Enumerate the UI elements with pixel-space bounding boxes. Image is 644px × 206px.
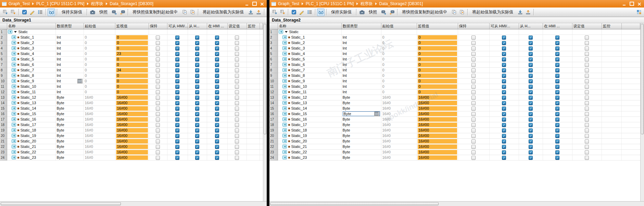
checkbox-visible-in-hmi[interactable] — [215, 139, 219, 143]
checkbox-setpoint[interactable] — [235, 46, 239, 51]
checkbox-setpoint[interactable] — [585, 112, 589, 116]
checkbox-visible-in-hmi[interactable] — [215, 112, 219, 116]
checkbox-retain[interactable] — [156, 36, 160, 40]
checkbox-setpoint[interactable] — [585, 101, 589, 105]
name-cell[interactable]: Static_12 — [7, 95, 55, 100]
data-type-cell[interactable]: Byte — [55, 116, 84, 122]
checkbox-cell-writable-from-hmi[interactable] — [519, 149, 543, 155]
row-number[interactable]: 1 — [269, 29, 278, 35]
checkbox-visible-in-hmi[interactable] — [215, 68, 219, 72]
start-value-cell[interactable]: 0 — [84, 62, 115, 67]
checkbox-cell-accessible-from-hmi[interactable] — [489, 29, 519, 35]
start-value-cell[interactable]: 0 — [381, 89, 417, 95]
row-number[interactable]: 20 — [269, 133, 278, 138]
column-header-accessible-from-hmi[interactable]: 可从 HMI/... — [489, 23, 519, 29]
data-type-cell[interactable]: Byte — [55, 122, 84, 127]
checkbox-accessible-from-hmi[interactable] — [502, 74, 506, 78]
checkbox-cell-accessible-from-hmi[interactable] — [489, 89, 519, 95]
start-value-cell[interactable]: 0 — [84, 56, 115, 62]
checkbox-cell-visible-in-hmi[interactable] — [543, 62, 572, 67]
checkbox-cell-retain[interactable] — [149, 133, 167, 138]
checkbox-cell-accessible-from-hmi[interactable] — [167, 29, 188, 35]
data-type-cell[interactable]: Int — [55, 89, 84, 95]
checkbox-cell-accessible-from-hmi[interactable] — [489, 122, 519, 127]
detail-view-icon[interactable] — [635, 9, 643, 16]
checkbox-setpoint[interactable] — [235, 57, 239, 61]
checkbox-writable-from-hmi[interactable] — [529, 145, 533, 149]
row-number[interactable]: 8 — [0, 67, 7, 73]
checkbox-cell-accessible-from-hmi[interactable] — [167, 40, 188, 45]
checkbox-retain[interactable] — [156, 41, 160, 45]
checkbox-setpoint[interactable] — [585, 96, 589, 100]
checkbox-accessible-from-hmi[interactable] — [175, 128, 179, 133]
name-cell[interactable]: Static_6 — [7, 62, 55, 67]
checkbox-cell-retain[interactable] — [149, 144, 167, 149]
checkbox-cell-writable-from-hmi[interactable] — [519, 155, 543, 160]
checkbox-cell-visible-in-hmi[interactable] — [543, 73, 572, 78]
checkbox-accessible-from-hmi[interactable] — [502, 150, 506, 154]
checkbox-visible-in-hmi[interactable] — [555, 107, 559, 111]
name-cell[interactable]: Static_5 — [7, 56, 55, 62]
data-type-cell[interactable]: Byte — [55, 111, 84, 116]
checkbox-retain[interactable] — [471, 52, 476, 56]
checkbox-cell-writable-from-hmi[interactable] — [519, 84, 543, 89]
monitor-value-cell[interactable]: 0 — [115, 89, 149, 95]
data-type-cell[interactable]: Int — [341, 62, 381, 67]
upload-values-icon[interactable] — [255, 9, 262, 16]
breadcrumb-item[interactable]: Data_Storage2 [DB301] — [379, 1, 423, 6]
checkbox-writable-from-hmi[interactable] — [529, 52, 533, 56]
name-cell[interactable]: Static_16 — [7, 116, 55, 122]
supervision-cell[interactable] — [602, 133, 621, 138]
checkbox-cell-setpoint[interactable] — [227, 67, 247, 73]
checkbox-retain[interactable] — [156, 46, 160, 51]
row-number[interactable]: 12 — [269, 89, 278, 95]
checkbox-cell-writable-from-hmi[interactable] — [519, 35, 543, 40]
checkbox-retain[interactable] — [471, 118, 476, 122]
checkbox-setpoint[interactable] — [585, 134, 589, 138]
data-type-cell[interactable]: Int — [341, 78, 381, 84]
monitor-value-cell[interactable]: 16#00 — [417, 127, 458, 133]
name-cell[interactable]: Static_21 — [7, 144, 55, 149]
checkbox-visible-in-hmi[interactable] — [555, 85, 559, 89]
checkbox-cell-accessible-from-hmi[interactable] — [167, 155, 188, 160]
supervision-cell[interactable] — [247, 106, 260, 111]
checkbox-writable-from-hmi[interactable] — [529, 90, 533, 94]
checkbox-visible-in-hmi[interactable] — [555, 156, 559, 160]
checkbox-cell-visible-in-hmi[interactable] — [543, 127, 572, 133]
checkbox-accessible-from-hmi[interactable] — [175, 41, 179, 45]
checkbox-cell-setpoint[interactable] — [572, 133, 602, 138]
insert-row-icon[interactable] — [1, 9, 9, 16]
supervision-cell[interactable] — [247, 62, 260, 67]
checkbox-cell-visible-in-hmi[interactable] — [207, 106, 227, 111]
checkbox-setpoint[interactable] — [235, 79, 239, 83]
checkbox-cell-visible-in-hmi[interactable] — [207, 138, 227, 144]
insert-row-icon[interactable] — [271, 9, 278, 16]
monitor-all-glasses-icon[interactable] — [317, 9, 325, 16]
checkbox-cell-writable-from-hmi[interactable] — [188, 29, 207, 35]
supervision-cell[interactable] — [602, 56, 621, 62]
row-number[interactable]: 4 — [269, 45, 278, 51]
name-cell[interactable]: Static_22 — [7, 149, 55, 155]
checkbox-retain[interactable] — [471, 36, 476, 40]
checkbox-cell-visible-in-hmi[interactable] — [543, 133, 572, 138]
checkbox-cell-retain[interactable] — [149, 56, 167, 62]
checkbox-retain[interactable] — [471, 90, 476, 94]
checkbox-retain[interactable] — [156, 134, 160, 138]
checkbox-accessible-from-hmi[interactable] — [502, 79, 506, 83]
start-value-cell[interactable]: 16#0 — [381, 138, 417, 144]
checkbox-retain[interactable] — [156, 107, 160, 111]
monitor-value-cell[interactable]: 0 — [417, 89, 458, 95]
checkbox-visible-in-hmi[interactable] — [215, 96, 219, 100]
checkbox-cell-visible-in-hmi[interactable] — [543, 29, 572, 35]
column-header-name[interactable]: 名称 — [278, 23, 341, 29]
checkbox-cell-retain[interactable] — [149, 84, 167, 89]
checkbox-retain[interactable] — [156, 145, 160, 149]
checkbox-accessible-from-hmi[interactable] — [502, 123, 506, 127]
checkbox-cell-retain[interactable] — [458, 127, 489, 133]
supervision-cell[interactable] — [602, 89, 621, 95]
data-type-cell[interactable]: Int — [55, 78, 84, 84]
monitor-value-cell[interactable] — [417, 29, 458, 35]
checkbox-setpoint[interactable] — [235, 101, 239, 105]
name-cell[interactable]: Static_17 — [278, 122, 341, 127]
row-number[interactable]: 9 — [0, 73, 7, 78]
